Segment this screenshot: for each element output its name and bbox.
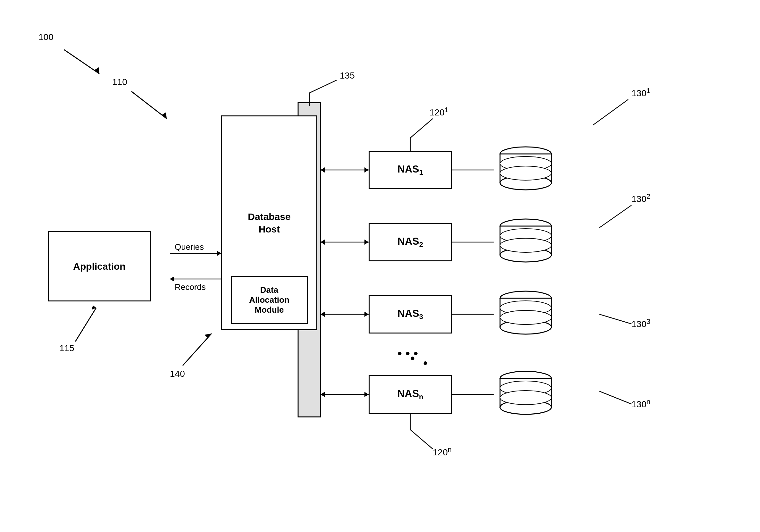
svg-line-37: [599, 314, 632, 324]
nas2-label: NAS2: [398, 235, 423, 249]
queries-label: Queries: [175, 242, 204, 252]
nasn-box: NASn: [369, 375, 452, 414]
svg-line-36: [599, 205, 632, 228]
nasn-label: NASn: [397, 388, 423, 401]
application-box: Application: [48, 231, 151, 302]
nas3-sub: 3: [419, 313, 423, 321]
records-label: Records: [175, 282, 206, 292]
dots-label-3: •: [423, 356, 428, 370]
nas1-sub: 1: [419, 169, 423, 176]
ref-130-3-label: 1303: [632, 317, 650, 329]
svg-marker-7: [170, 276, 174, 281]
svg-point-62: [500, 391, 551, 405]
ref-135-label: 135: [340, 71, 355, 81]
nas1-label: NAS1: [398, 163, 423, 177]
svg-marker-26: [320, 392, 325, 397]
dots-label: • • •: [398, 346, 418, 361]
svg-line-40: [410, 119, 433, 138]
svg-marker-27: [364, 392, 369, 397]
svg-line-42: [410, 430, 433, 449]
nas2-sub: 2: [419, 240, 423, 249]
svg-line-15: [309, 80, 337, 93]
svg-line-35: [593, 99, 628, 125]
ref-100-label: 100: [38, 32, 54, 42]
nasn-sub: n: [419, 393, 423, 401]
svg-marker-20: [320, 240, 325, 245]
nas3-label: NAS3: [398, 308, 423, 321]
dam-label-3: Module: [249, 305, 289, 315]
svg-marker-11: [205, 333, 212, 338]
svg-marker-18: [364, 168, 369, 172]
nas1-box: NAS1: [369, 151, 452, 189]
svg-marker-21: [364, 240, 369, 245]
svg-line-2: [131, 91, 167, 119]
svg-line-0: [64, 50, 99, 74]
svg-line-10: [183, 333, 212, 365]
db-host-label-2: Host: [248, 223, 290, 235]
ref-130-n-label: 130n: [632, 398, 650, 410]
dam-box: Data Allocation Module: [231, 276, 308, 324]
storage2-cylinder: [494, 217, 558, 268]
dots-label-2: •: [410, 351, 415, 365]
svg-line-8: [75, 308, 96, 342]
ref-140-label: 140: [170, 369, 185, 379]
storage1-cylinder: [494, 144, 558, 196]
storage3-cylinder: [494, 289, 558, 340]
nas2-box: NAS2: [369, 223, 452, 261]
diagram-container: Network / Interface: [0, 0, 760, 532]
ref-120-n-label: 120n: [433, 446, 451, 458]
application-label: Application: [73, 260, 125, 272]
svg-point-57: [500, 311, 551, 324]
ref-115-label: 115: [59, 343, 74, 353]
svg-point-47: [500, 166, 551, 180]
dam-label-1: Data: [249, 285, 289, 295]
svg-point-52: [500, 238, 551, 252]
svg-marker-23: [320, 312, 325, 317]
ref-130-2-label: 1302: [632, 192, 650, 204]
nas3-box: NAS3: [369, 295, 452, 333]
svg-marker-17: [320, 168, 325, 172]
svg-marker-24: [364, 312, 369, 317]
ref-130-1-label: 1301: [632, 87, 650, 98]
ref-110-label: 110: [112, 77, 127, 87]
svg-marker-5: [217, 251, 221, 256]
ref-120-1-label: 1201: [430, 106, 449, 118]
svg-line-38: [599, 391, 632, 404]
db-host-label-1: Database: [248, 210, 290, 223]
dam-label-2: Allocation: [249, 295, 289, 305]
storagen-cylinder: [494, 369, 558, 420]
